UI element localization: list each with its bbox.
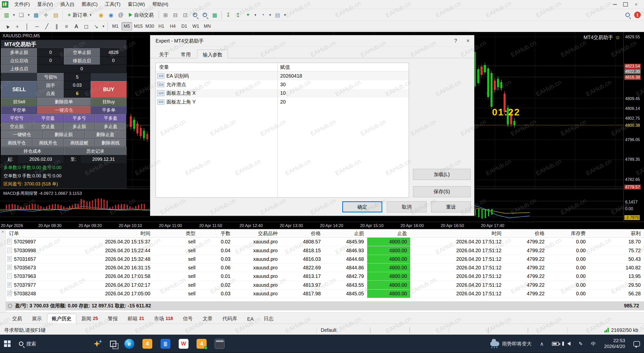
notification-badge[interactable]: 1	[634, 12, 641, 18]
search-icon[interactable]	[623, 10, 632, 19]
column-header[interactable]: 时间	[55, 229, 154, 238]
menu-item[interactable]: 插入(I)	[57, 0, 78, 9]
indicators-list-icon[interactable]: ↧	[224, 10, 233, 19]
lock-button[interactable]: 一键锁仓	[1, 131, 43, 139]
close-buy-button[interactable]: 平多单	[91, 106, 127, 114]
parameters-list[interactable]: 变量 赋值 123 EA 识别码 20260418 123 允许滑点 30	[156, 63, 409, 198]
dialog-tab[interactable]: 关于	[154, 49, 175, 58]
delete-line-button[interactable]: 删除画线	[95, 139, 126, 147]
zoom-in-icon[interactable]: +	[191, 10, 200, 19]
buy-button[interactable]: BUY	[91, 81, 127, 98]
global-variables-icon[interactable]: ◉	[106, 10, 116, 19]
column-header[interactable]: 获利	[589, 229, 644, 238]
from-date[interactable]: 2026.02.03	[18, 155, 64, 164]
profiles-icon[interactable]: ❏	[17, 10, 26, 19]
volume-indicator[interactable]	[563, 335, 575, 353]
parameter-value[interactable]: 20260418	[277, 73, 302, 79]
column-header[interactable]: 库存费	[548, 229, 589, 238]
menu-item[interactable]: 工具(T)	[101, 0, 124, 9]
sell-sl-button[interactable]: 空止损	[1, 122, 32, 131]
sell-tp-button[interactable]: 空止盈	[32, 122, 64, 131]
arrows-tool-icon[interactable]: ↘	[92, 22, 101, 31]
line-alert-button[interactable]: 画线提醒	[64, 139, 95, 147]
add-indicator-caret-icon[interactable]: ▼	[253, 10, 257, 19]
ime-indicator[interactable]: 中	[587, 335, 600, 353]
minimize-icon[interactable]	[610, 1, 619, 8]
trendline-icon[interactable]: ╱	[42, 22, 51, 31]
timeframe-button[interactable]: M30	[144, 22, 155, 30]
delete-sl-button[interactable]: 删除止损	[43, 131, 85, 139]
text-tool-icon[interactable]: A	[72, 22, 81, 31]
timeframe-button[interactable]: D1	[179, 22, 190, 30]
copilot-button[interactable]	[90, 335, 106, 353]
terminal-close-icon[interactable]: ×	[2, 229, 4, 234]
terminal-tab[interactable]: 账户历史	[47, 314, 76, 324]
terminal-tab[interactable]: EA	[242, 315, 258, 324]
menu-item[interactable]: 显示(V)	[33, 0, 57, 9]
indicators-icon[interactable]: ↥	[234, 10, 243, 19]
periods-clock-icon[interactable]: ◔	[258, 10, 267, 19]
buy-sl-button[interactable]: 多止损	[64, 122, 95, 131]
close-icon[interactable]: ×	[632, 1, 641, 8]
periods-caret-icon[interactable]: ▼	[268, 10, 272, 19]
market-watch-icon[interactable]: ▦	[32, 10, 41, 19]
new-order-button[interactable]: + 新订单 ▼	[64, 10, 96, 19]
table-row[interactable]: 57029897 2026.04.20 15:15:37 sell 0.02 x…	[6, 238, 644, 246]
timeframe-button[interactable]: MN	[202, 22, 212, 30]
terminal-tab[interactable]: 警报	[103, 314, 123, 324]
line-close-button[interactable]: 画线平仓	[1, 139, 32, 147]
terminal-tab[interactable]: 信号	[178, 314, 198, 324]
arrange-windows-icon[interactable]: ⊡	[181, 10, 190, 19]
close-sell-profit-button[interactable]: 平空盈	[32, 114, 64, 122]
column-header[interactable]: 价格	[505, 229, 548, 238]
terminal-tab[interactable]: 新闻 25	[77, 314, 103, 324]
menu-item[interactable]: 窗口(W)	[124, 0, 148, 9]
ok-button[interactable]: 确定	[342, 201, 382, 212]
templates-icon[interactable]: ▤	[273, 10, 282, 19]
metaeditor-icon[interactable]: @	[116, 10, 125, 19]
loss-pct-value[interactable]: 5	[64, 73, 91, 81]
parameter-value[interactable]: 10	[277, 90, 286, 96]
terminal-tab[interactable]: 展示	[27, 314, 47, 324]
terminal-tab[interactable]: 代码库	[218, 314, 242, 324]
notification-center-button[interactable]	[629, 335, 644, 353]
buy-sl-value[interactable]: 0	[37, 48, 64, 57]
taskbar-clock[interactable]: 22:53 2026/4/20	[600, 338, 629, 349]
cascade-windows-icon[interactable]: ⊟	[171, 10, 180, 19]
navigator-icon[interactable]: ▤	[51, 10, 60, 19]
timeframe-button[interactable]: H4	[167, 22, 178, 30]
parameter-row[interactable]: 123 面板左上角 X 10	[156, 89, 409, 98]
column-header[interactable]: 交易品种	[234, 229, 281, 238]
profiles-caret-icon[interactable]: ▼	[27, 10, 31, 19]
tile-windows-icon[interactable]: ⊞	[161, 10, 170, 19]
table-row[interactable]: 57037963 2026.04.20 17:01:58 sell 0.01 x…	[6, 272, 644, 281]
taskbar-edge[interactable]: e	[120, 335, 138, 353]
point-start-value[interactable]: 0	[37, 57, 64, 65]
menu-item[interactable]: 帮助(H)	[148, 0, 172, 9]
close-sell-button[interactable]: 平空单	[1, 106, 37, 114]
taskbar-mt4-2[interactable]: 4	[193, 335, 211, 353]
taskbar-app-blue[interactable]: ≣	[157, 335, 175, 353]
taskbar-app-window[interactable]	[211, 335, 229, 353]
terminal-tab[interactable]: 日志	[259, 314, 278, 324]
task-view-button[interactable]	[106, 335, 120, 353]
table-row[interactable]: 57038248 2026.04.20 17:05:00 sell 0.03 x…	[6, 289, 644, 298]
position-cost-button[interactable]: 持仓成本	[1, 147, 64, 155]
cancel-button[interactable]: 取消	[387, 201, 427, 212]
column-header[interactable]: 手数	[199, 229, 234, 238]
add-indicator-icon[interactable]: +	[243, 10, 252, 19]
reset-button[interactable]: 重设	[431, 201, 471, 212]
menu-item[interactable]: 文件(F)	[11, 0, 33, 9]
column-header[interactable]: 止盈	[367, 229, 410, 238]
variable-column-header[interactable]: 变量	[156, 64, 277, 71]
trail-start-value[interactable]: 0	[100, 57, 127, 65]
save-button[interactable]: 保存(S)	[413, 186, 470, 197]
data-window-icon[interactable]: ✛	[42, 10, 51, 19]
column-header[interactable]: 止损	[324, 229, 367, 238]
cursor-icon[interactable]: ▲	[1, 20, 14, 33]
parameter-row[interactable]: 123 EA 识别码 20260418	[156, 72, 409, 80]
terminal-tab[interactable]: 邮箱 21	[123, 314, 149, 324]
arrows-caret-icon[interactable]: ▼	[101, 22, 105, 31]
dialog-tab[interactable]: 输入参数	[197, 50, 228, 58]
vertical-line-icon[interactable]: │	[23, 22, 32, 31]
